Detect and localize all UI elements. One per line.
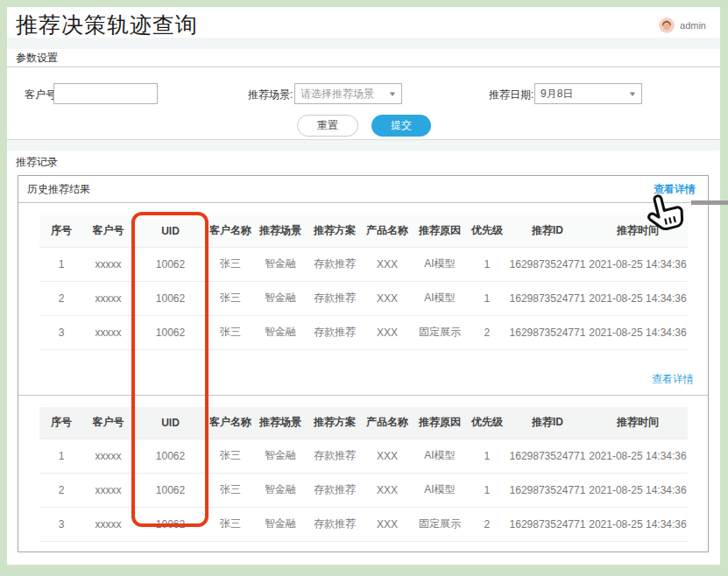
table-cell: 固定展示: [413, 315, 467, 349]
column-header: 推荐原因: [413, 215, 467, 247]
view-details-link-1[interactable]: 查看详情: [654, 176, 696, 203]
column-header: 产品名称: [362, 215, 413, 247]
records-section-title: 推荐记录: [16, 156, 58, 168]
table-cell: 2021-08-25 14:34:36: [588, 439, 688, 473]
table-cell: 10062: [133, 439, 208, 473]
table-cell: AI模型: [413, 473, 467, 507]
column-header: 推荐时间: [588, 407, 688, 439]
table-cell: 2021-08-25 14:34:36: [588, 315, 688, 349]
table-cell: 1629873524771: [507, 281, 588, 315]
dropdown-caret-icon: ▼: [628, 90, 637, 98]
table-cell: 2: [39, 473, 83, 507]
table-cell: 2: [467, 507, 507, 541]
table-cell: 1629873524771: [507, 247, 588, 281]
table-cell: 张三: [208, 439, 253, 473]
table-header-row: 序号客户号UID客户名称推荐场景推荐方案产品名称推荐原因优先级推荐ID推荐时间: [39, 407, 688, 439]
table-cell: 智金融: [253, 507, 307, 541]
table-row: 1xxxxx10062张三智金融存款推荐XXXAI模型1162987352477…: [39, 247, 688, 281]
column-header: 优先级: [467, 407, 507, 439]
table-cell: XXX: [362, 281, 413, 315]
table-cell: 2021-08-25 14:34:36: [588, 281, 688, 315]
table-cell: AI模型: [413, 247, 467, 281]
view-details-link-2[interactable]: 查看详情: [652, 372, 694, 387]
history-results-panel: 历史推荐结果 查看详情 序号客户号UID客户名称推荐场景推荐方案产品名称推荐原因…: [18, 175, 709, 552]
section-gap: [7, 140, 720, 151]
table-cell: 1629873524771: [507, 473, 588, 507]
history-results-title: 历史推荐结果: [18, 183, 90, 195]
column-header: 客户名称: [208, 215, 253, 247]
table-row: 1xxxxx10062张三智金融存款推荐XXXAI模型1162987352477…: [39, 439, 688, 473]
history-table-2-wrap: 序号客户号UID客户名称推荐场景推荐方案产品名称推荐原因优先级推荐ID推荐时间1…: [39, 407, 688, 542]
table-cell: 固定展示: [413, 507, 467, 541]
table-cell: 1629873524771: [507, 507, 588, 541]
form-buttons: 重置 提交: [7, 115, 720, 137]
table-cell: 1: [467, 473, 507, 507]
table-cell: XXX: [362, 439, 413, 473]
table-cell: 3: [39, 315, 83, 349]
table-cell: 1: [39, 439, 83, 473]
page-title: 推荐决策轨迹查询: [7, 7, 720, 39]
table-row: 2xxxxx10062张三智金融存款推荐XXXAI模型1162987352477…: [39, 281, 688, 315]
table-cell: xxxxx: [83, 473, 133, 507]
customer-number-input[interactable]: [53, 83, 158, 104]
username-label: admin: [680, 20, 706, 31]
query-form: 客户号: 推荐场景: 请选择推荐场景 ▼ 推荐日期: 9月8日 ▼ 重置 提交: [7, 67, 720, 140]
date-select[interactable]: 9月8日 ▼: [534, 83, 642, 104]
column-header: 推荐方案: [307, 407, 362, 439]
column-header: 客户号: [83, 215, 133, 247]
table-cell: 2: [39, 281, 83, 315]
table-cell: 存款推荐: [307, 247, 362, 281]
column-header: 推荐原因: [413, 407, 467, 439]
table-cell: 1: [39, 247, 83, 281]
table-cell: xxxxx: [83, 439, 133, 473]
table-cell: XXX: [362, 247, 413, 281]
table-cell: 存款推荐: [307, 473, 362, 507]
table-cell: AI模型: [413, 439, 467, 473]
user-menu[interactable]: admin: [659, 18, 706, 33]
table-cell: 张三: [208, 507, 253, 541]
column-header: 客户号: [83, 407, 133, 439]
table-cell: 智金融: [253, 439, 307, 473]
column-header: 推荐方案: [307, 215, 362, 247]
date-label: 推荐日期:: [489, 88, 534, 102]
table-row: 3xxxxx10062张三智金融存款推荐XXX固定展示2162987352477…: [39, 315, 688, 349]
section-divider: [18, 395, 708, 396]
table-cell: 1629873524771: [507, 315, 588, 349]
column-header: 序号: [39, 215, 83, 247]
table-cell: 张三: [208, 247, 253, 281]
column-header: UID: [133, 407, 208, 439]
date-select-value: 9月8日: [541, 87, 573, 102]
history-table-2: 序号客户号UID客户名称推荐场景推荐方案产品名称推荐原因优先级推荐ID推荐时间1…: [39, 407, 688, 542]
table-cell: 智金融: [253, 281, 307, 315]
column-header: 推荐ID: [507, 215, 588, 247]
history-table-1-wrap: 序号客户号UID客户名称推荐场景推荐方案产品名称推荐原因优先级推荐ID推荐时间1…: [39, 215, 688, 350]
table-cell: 1: [467, 439, 507, 473]
scene-select-value: 请选择推荐场景: [300, 87, 374, 102]
table-cell: xxxxx: [83, 507, 133, 541]
submit-button[interactable]: 提交: [371, 115, 431, 137]
table-header-row: 序号客户号UID客户名称推荐场景推荐方案产品名称推荐原因优先级推荐ID推荐时间: [39, 215, 688, 247]
table-cell: 2: [467, 315, 507, 349]
reset-button[interactable]: 重置: [297, 115, 358, 137]
history-table-1: 序号客户号UID客户名称推荐场景推荐方案产品名称推荐原因优先级推荐ID推荐时间1…: [39, 215, 688, 350]
column-header: 推荐ID: [507, 407, 588, 439]
table-cell: XXX: [362, 473, 413, 507]
table-cell: 2021-08-25 14:34:36: [588, 247, 688, 281]
table-row: 2xxxxx10062张三智金融存款推荐XXXAI模型1162987352477…: [39, 473, 688, 507]
scene-select[interactable]: 请选择推荐场景 ▼: [294, 83, 402, 104]
table-cell: 10062: [133, 281, 208, 315]
history-results-header: 历史推荐结果 查看详情: [18, 176, 708, 203]
table-cell: 2021-08-25 14:34:36: [588, 473, 688, 507]
column-header: 推荐场景: [253, 407, 307, 439]
table-cell: 智金融: [253, 473, 307, 507]
table-cell: 存款推荐: [307, 439, 362, 473]
table-cell: 智金融: [253, 315, 307, 349]
table-cell: 存款推荐: [307, 281, 362, 315]
column-header: 推荐场景: [253, 215, 307, 247]
table-cell: 3: [39, 507, 83, 541]
column-header: 优先级: [467, 215, 507, 247]
table-cell: 2021-08-25 14:34:36: [588, 507, 688, 541]
params-section-header: 参数设置: [7, 49, 720, 67]
table-cell: 张三: [208, 473, 253, 507]
column-header: 序号: [39, 407, 83, 439]
